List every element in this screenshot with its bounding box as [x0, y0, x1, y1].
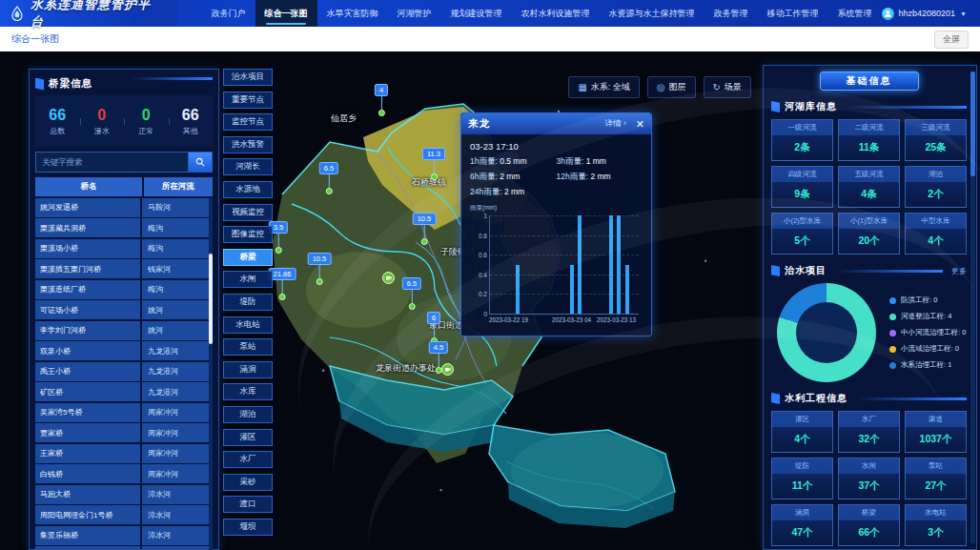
- nav-item[interactable]: 水资源与水土保持管理: [600, 0, 704, 27]
- search-input[interactable]: [35, 152, 188, 173]
- station-dot-icon: [279, 294, 286, 300]
- bar-slot: [568, 215, 576, 314]
- fullscreen-button[interactable]: 全屏: [934, 31, 969, 49]
- nav-item[interactable]: 水旱灾害防御: [317, 0, 388, 27]
- station-dot-icon: [276, 247, 282, 254]
- section-title: 治水项目: [785, 264, 827, 277]
- camera-marker-icon[interactable]: [441, 363, 454, 376]
- layer-menu-item[interactable]: 渡口: [223, 496, 273, 513]
- river-card-label: 一级河流: [772, 120, 832, 135]
- map-control-button[interactable]: ↻场景: [704, 76, 751, 98]
- nav-item[interactable]: 综合一张图: [255, 0, 317, 27]
- table-row[interactable]: 马跑大桥漳水河: [35, 485, 213, 504]
- nav-item[interactable]: 政务管理: [704, 0, 758, 27]
- town-label: 龙泉街道办事处: [376, 362, 436, 375]
- camera-marker-icon[interactable]: [382, 272, 395, 284]
- layer-menu-item[interactable]: 图像监控: [223, 226, 273, 243]
- river-name-cell: 漳水河: [142, 546, 213, 550]
- river-name-cell: 梅沟: [142, 218, 213, 237]
- layer-menu-item[interactable]: 重要节点: [223, 92, 273, 109]
- layer-menu-item[interactable]: 泵站: [223, 338, 273, 356]
- station-badge[interactable]: 6.5: [319, 162, 338, 194]
- rain-bar: [617, 215, 621, 314]
- layer-menu-item[interactable]: 水电站: [223, 316, 273, 334]
- bridge-name-cell: 贾家桥: [35, 423, 140, 442]
- table-row[interactable]: 栗溪造纸厂桥梅沟: [35, 280, 213, 299]
- badge-stem: [380, 96, 381, 110]
- station-badge[interactable]: 6.5: [402, 277, 421, 310]
- layer-menu-item[interactable]: 水闸: [223, 271, 273, 288]
- nav-item[interactable]: 农村水利设施管理: [512, 0, 600, 27]
- scrollbar-thumb[interactable]: [970, 71, 975, 176]
- table-row[interactable]: 漳河5号可证桥漳水河: [35, 546, 213, 550]
- layer-menu-item[interactable]: 洪水预警: [223, 136, 273, 153]
- layer-menu-item[interactable]: 涵洞: [223, 361, 273, 378]
- layer-menu-item[interactable]: 河湖长: [223, 158, 273, 175]
- bar-slot: [592, 215, 600, 314]
- table-row[interactable]: 可证场小桥姚河: [35, 300, 213, 319]
- engineering-card-label: 涵洞: [772, 505, 832, 520]
- station-badge[interactable]: 11.3: [422, 148, 445, 180]
- layer-menu-item[interactable]: 水源地: [223, 181, 273, 198]
- nav-item[interactable]: 政务门户: [202, 0, 255, 27]
- scrollbar-thumb[interactable]: [209, 254, 213, 344]
- station-badge[interactable]: 10.5: [413, 213, 437, 245]
- search-button[interactable]: [188, 152, 213, 173]
- table-row[interactable]: 王家桥周家冲河: [35, 444, 213, 463]
- station-badge[interactable]: 6: [427, 312, 440, 344]
- info-card: 中型水库4个: [905, 213, 967, 255]
- table-row[interactable]: 栗溪藏兵洞桥梅沟: [35, 218, 213, 237]
- map-control-button[interactable]: ▦水系: 全域: [568, 76, 639, 98]
- table-row[interactable]: 集贤乐福桥漳水河: [35, 526, 213, 545]
- more-link[interactable]: 更多: [951, 266, 967, 276]
- close-icon[interactable]: ✕: [636, 119, 644, 130]
- layer-menu-item[interactable]: 湖泊: [223, 406, 273, 423]
- panel-scrollbar[interactable]: [970, 71, 975, 543]
- layer-menu-item[interactable]: 水库: [223, 383, 273, 400]
- nav-item[interactable]: 河湖管护: [388, 0, 441, 27]
- user-menu[interactable]: hhzb42080201 ▼: [882, 0, 980, 27]
- layer-menu-item[interactable]: 采砂: [223, 474, 273, 491]
- station-badge[interactable]: 4: [375, 84, 388, 116]
- table-row[interactable]: 李学刘门河桥姚河: [35, 321, 213, 340]
- engineering-card-value: 47个: [772, 520, 832, 545]
- rain-metric: 12h雨量: 2 mm: [557, 172, 643, 183]
- popup-detail-link[interactable]: 详情 ›: [605, 118, 626, 130]
- map-control-button[interactable]: ◎图层: [647, 76, 696, 98]
- table-row[interactable]: 周阳电网理金门1号桥漳水河: [35, 505, 213, 524]
- breadcrumb[interactable]: 综合一张图: [11, 32, 59, 46]
- bridge-stat: 66总数: [35, 107, 80, 136]
- layer-menu-item[interactable]: 桥梁: [223, 249, 273, 266]
- table-row[interactable]: 矿区桥九龙港河: [35, 382, 213, 401]
- table-row[interactable]: 贾家桥周家冲河: [35, 423, 213, 442]
- nav-item[interactable]: 系统管理: [828, 0, 882, 27]
- nav-item[interactable]: 移动工作管理: [758, 0, 828, 27]
- map-control-label: 场景: [725, 81, 742, 93]
- table-row[interactable]: 姚河发退桥马鞍河: [35, 198, 213, 217]
- table-row[interactable]: 栗溪场小桥梅沟: [35, 239, 213, 258]
- nav-item[interactable]: 规划建设管理: [441, 0, 512, 27]
- rain-bar: [609, 215, 613, 314]
- layer-menu-item[interactable]: 堰坝: [223, 519, 273, 536]
- table-scrollbar[interactable]: [209, 198, 213, 550]
- tab-basic-info[interactable]: 基础信息: [820, 71, 919, 91]
- table-row[interactable]: 吴家湾5号桥周家冲河: [35, 403, 213, 422]
- layer-menu-item[interactable]: 水厂: [223, 451, 273, 468]
- layer-menu-item[interactable]: 视频监控: [223, 204, 273, 221]
- bridge-name-cell: 双泉小桥: [35, 341, 140, 360]
- search-icon: [195, 157, 205, 167]
- bar-slot: [505, 215, 513, 314]
- badge-value: 4: [375, 84, 388, 96]
- table-row[interactable]: 禹王小桥九龙港河: [35, 362, 213, 381]
- station-badge[interactable]: 10.5: [308, 253, 332, 285]
- person-icon: [884, 10, 892, 18]
- table-row[interactable]: 白钱桥周家冲河: [35, 464, 213, 483]
- layer-menu-item[interactable]: 监控节点: [223, 113, 273, 131]
- layer-menu-item[interactable]: 灌区: [223, 429, 273, 446]
- bridge-name-cell: 集贤乐福桥: [35, 526, 140, 545]
- table-row[interactable]: 双泉小桥九龙港河: [35, 341, 213, 360]
- table-row[interactable]: 栗溪插五栗门河桥钱家河: [35, 259, 213, 278]
- layer-menu-item[interactable]: 堤防: [223, 294, 273, 311]
- layer-menu-item[interactable]: 治水项目: [223, 69, 273, 86]
- engineering-card-label: 水电站: [906, 505, 966, 520]
